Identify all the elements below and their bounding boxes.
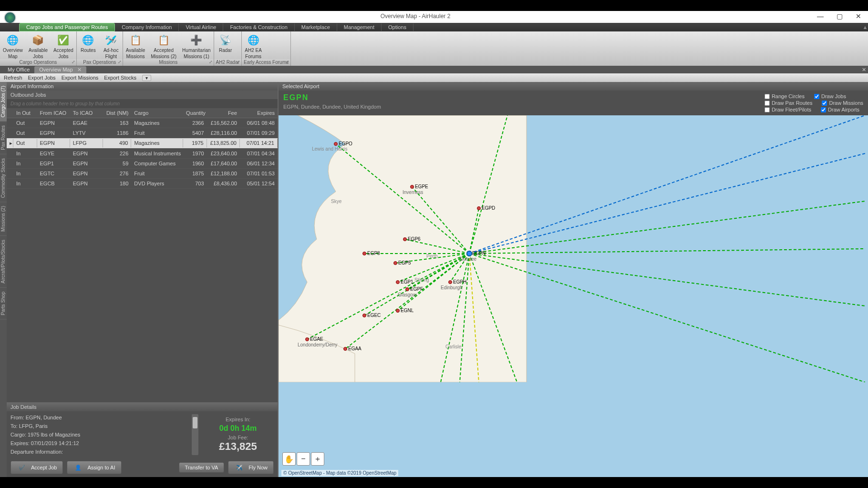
airport-marker[interactable] xyxy=(477,206,481,210)
menu-company-info[interactable]: Company Information xyxy=(115,23,179,31)
transfer-va-button[interactable]: Transfer to VA xyxy=(179,462,225,473)
opt-draw-fleet[interactable]: Draw Fleet/Pilots xyxy=(765,107,811,112)
table-row[interactable]: In EGTC EGPN 276 Fruit 1875 £12,188.00 0… xyxy=(7,169,278,179)
sidetab-cargo-jobs-7-[interactable]: Cargo Jobs (7) xyxy=(0,82,7,122)
menu-management[interactable]: Management xyxy=(337,23,382,31)
expand-icon[interactable]: ⤢ xyxy=(209,60,213,64)
tool-export-missions[interactable]: Export Missions xyxy=(62,75,99,81)
menu-factories[interactable]: Factories & Construction xyxy=(223,23,294,31)
opt-draw-pax[interactable]: Draw Pax Routes xyxy=(765,100,813,106)
col-exp[interactable]: Expires xyxy=(240,109,278,117)
airport-marker[interactable] xyxy=(362,252,366,255)
ribbon-humanitarian[interactable]: ➕HumanitarianMissions (1) xyxy=(179,31,213,59)
svg-line-13 xyxy=(469,115,865,254)
sidetab-missions-2-[interactable]: Missions (2) xyxy=(0,202,7,236)
expand-icon[interactable]: ⤢ xyxy=(72,60,75,64)
job-details-text: From: EGPN, Dundee To: LFPG, Paris Cargo… xyxy=(10,414,188,455)
toolstrip: Refresh Export Jobs Export Missions Expo… xyxy=(0,73,868,82)
table-row[interactable]: In EGCB EGPN 180 DVD Players 703 £8,436.… xyxy=(7,179,278,189)
details-scrollbar[interactable] xyxy=(192,414,198,455)
menu-marketplace[interactable]: Marketplace xyxy=(295,23,337,31)
tab-overview-map[interactable]: Overview Map ✕ xyxy=(34,66,86,73)
airport-label: EGPO xyxy=(339,141,352,146)
maximize-button[interactable]: ▢ xyxy=(830,12,849,20)
airport-marker[interactable] xyxy=(362,314,366,317)
airport-marker[interactable] xyxy=(393,261,397,265)
detail-from: From: EGPN, Dundee xyxy=(10,414,188,421)
col-qty[interactable]: Quantity xyxy=(183,109,207,117)
close-all-tabs-icon[interactable]: ✕ xyxy=(862,67,866,73)
map-canvas[interactable]: ✋ − ＋ © OpenStreetMap - Map data ©2019 O… xyxy=(279,115,868,477)
tab-close-icon[interactable]: ✕ xyxy=(77,67,82,72)
zoom-in-button[interactable]: ＋ xyxy=(311,452,324,466)
tool-export-stocks[interactable]: Export Stocks xyxy=(104,75,136,81)
menu-virtual-airline[interactable]: Virtual Airline xyxy=(179,23,223,31)
table-row[interactable]: In EGYE EGPN 226 Musical Instruments 197… xyxy=(7,149,278,159)
expand-icon[interactable]: ⤢ xyxy=(237,60,240,64)
airport-label: EGPH xyxy=(453,279,466,285)
main-area: Cargo Jobs (7)Pax RoutesCommodity Stocks… xyxy=(0,82,868,477)
tab-my-office[interactable]: My Office xyxy=(3,66,34,73)
airport-marker[interactable] xyxy=(396,309,400,313)
opt-draw-airports[interactable]: Draw Airports xyxy=(821,107,859,112)
close-button[interactable]: ✕ xyxy=(849,12,868,20)
ribbon-radar[interactable]: 📡Radar xyxy=(214,31,237,59)
sidetab-parts-shop[interactable]: Parts Shop xyxy=(0,288,7,319)
menu-collapse-icon[interactable]: ▲ xyxy=(862,24,868,30)
menu-cargo-jobs[interactable]: Cargo Jobs and Passenger Routes xyxy=(19,23,115,31)
airport-marker[interactable] xyxy=(410,185,414,189)
col-to[interactable]: To ICAO xyxy=(70,109,103,117)
table-row[interactable]: ▸ Out EGPN LFPG 490 Magazines 1975 £13,8… xyxy=(7,138,278,149)
airport-marker[interactable] xyxy=(334,142,338,146)
airport-marker[interactable] xyxy=(305,337,309,341)
pan-button[interactable]: ✋ xyxy=(282,452,296,466)
airport-marker[interactable] xyxy=(343,347,347,351)
col-fee[interactable]: Fee xyxy=(207,109,240,117)
fly-now-button[interactable]: ✈️ Fly Now xyxy=(228,461,274,474)
assign-ai-button[interactable]: 👤 Assign to AI xyxy=(67,461,121,474)
expand-icon[interactable]: ⤢ xyxy=(118,60,122,64)
tool-refresh[interactable]: Refresh xyxy=(4,75,22,81)
opt-range-circles[interactable]: Range Circles xyxy=(765,93,805,99)
minimize-button[interactable]: — xyxy=(811,12,830,20)
accept-job-button[interactable]: ✔️ Accept Job xyxy=(10,461,63,474)
col-dist[interactable]: Dist (NM) xyxy=(103,109,131,117)
airport-marker[interactable] xyxy=(403,237,407,241)
plane-icon: ✈️ xyxy=(234,463,245,472)
ribbon-available[interactable]: 📦AvailableJobs xyxy=(26,31,51,59)
ribbon-overview[interactable]: 🌐OverviewMap xyxy=(0,31,26,59)
table-row[interactable]: Out EGPN LYTV 1186 Fruit 5407 £28,116.00… xyxy=(7,128,278,138)
airport-marker[interactable] xyxy=(466,251,472,256)
sidetab-pax-routes[interactable]: Pax Routes xyxy=(0,122,7,154)
col-cargo[interactable]: Cargo xyxy=(131,109,183,117)
col-from[interactable]: From ICAO xyxy=(37,109,70,117)
ribbon-accepted[interactable]: 📋AcceptedMissions (2) xyxy=(148,31,179,59)
ribbon-group-label: Missions⤢ xyxy=(123,59,214,65)
ribbon-group-label: Early Access Forums⤢ xyxy=(242,59,290,65)
opt-draw-missions[interactable]: Draw Missions xyxy=(822,100,863,106)
zoom-out-button[interactable]: − xyxy=(297,452,310,466)
table-row[interactable]: In EGP1 EGPN 59 Computer Games 1960 £17,… xyxy=(7,159,278,169)
ribbon-routes[interactable]: 🌐Routes xyxy=(77,31,100,59)
airport-marker[interactable] xyxy=(405,287,409,291)
sidetab-commodity-stocks[interactable]: Commodity Stocks xyxy=(0,154,7,202)
menu-options[interactable]: Options xyxy=(382,23,413,31)
airport-info-bar: EGPN EGPN, Dundee, Dundee, United Kingdo… xyxy=(279,91,868,115)
tool-dropdown[interactable]: ▾ xyxy=(142,75,151,81)
airport-marker[interactable] xyxy=(396,280,400,284)
ribbon-accepted[interactable]: ✅AcceptedJobs xyxy=(51,31,76,59)
group-by-hint[interactable]: Drag a column header here to group by th… xyxy=(7,99,278,108)
ribbon-available[interactable]: 📋AvailableMissions xyxy=(123,31,148,59)
sidetab-aircraft-pilots-stocks[interactable]: Aircraft/Pilots/Stocks xyxy=(0,236,7,288)
available-icon: 📋 xyxy=(129,33,142,47)
ribbon-ah2-ea[interactable]: 🌐AH2 EAForums xyxy=(242,31,265,59)
airport-label: EGAA xyxy=(348,346,362,351)
opt-draw-jobs[interactable]: Draw Jobs xyxy=(814,93,846,99)
airport-marker[interactable] xyxy=(448,280,452,284)
table-row[interactable]: Out EGPN EGAE 163 Magazines 2366 £16,562… xyxy=(7,118,278,128)
city-label: Glasgow xyxy=(398,292,416,297)
expand-icon[interactable]: ⤢ xyxy=(286,60,289,64)
ribbon-ad-hoc[interactable]: 🛩️Ad-hocFlight xyxy=(100,31,123,59)
col-inout[interactable]: In Out xyxy=(13,109,37,117)
tool-export-jobs[interactable]: Export Jobs xyxy=(28,75,56,81)
